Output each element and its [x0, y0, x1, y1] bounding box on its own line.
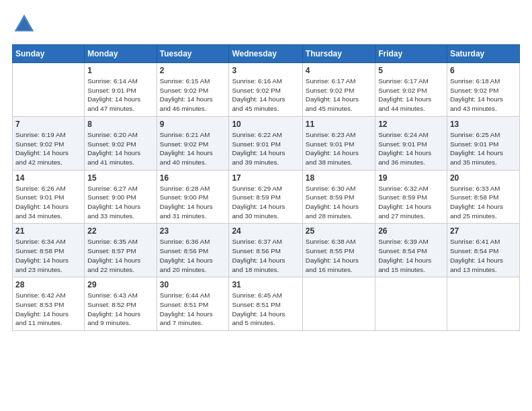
weekday-header: Friday — [375, 45, 447, 63]
calendar-cell: 15Sunrise: 6:27 AM Sunset: 9:00 PM Dayli… — [85, 170, 157, 224]
day-number: 29 — [87, 280, 153, 289]
calendar-cell: 25Sunrise: 6:38 AM Sunset: 8:55 PM Dayli… — [302, 224, 375, 277]
calendar-cell: 7Sunrise: 6:19 AM Sunset: 9:02 PM Daylig… — [13, 116, 85, 170]
day-info: Sunrise: 6:33 AM Sunset: 8:58 PM Dayligh… — [450, 184, 517, 221]
day-info: Sunrise: 6:16 AM Sunset: 9:02 PM Dayligh… — [232, 77, 299, 113]
calendar-week-row: 28Sunrise: 6:42 AM Sunset: 8:53 PM Dayli… — [13, 277, 520, 331]
day-number: 20 — [450, 173, 517, 183]
day-number: 18 — [306, 173, 372, 183]
calendar-cell: 6Sunrise: 6:18 AM Sunset: 9:02 PM Daylig… — [447, 63, 519, 117]
day-info: Sunrise: 6:25 AM Sunset: 9:01 PM Dayligh… — [450, 130, 517, 167]
header — [12, 12, 520, 36]
day-number: 2 — [160, 66, 226, 75]
day-info: Sunrise: 6:37 AM Sunset: 8:56 PM Dayligh… — [232, 237, 299, 274]
day-info: Sunrise: 6:38 AM Sunset: 8:55 PM Dayligh… — [306, 237, 372, 274]
calendar-cell: 20Sunrise: 6:33 AM Sunset: 8:58 PM Dayli… — [447, 170, 519, 224]
calendar-cell — [447, 277, 519, 331]
calendar-cell: 13Sunrise: 6:25 AM Sunset: 9:01 PM Dayli… — [447, 116, 519, 170]
day-info: Sunrise: 6:44 AM Sunset: 8:51 PM Dayligh… — [160, 291, 226, 328]
calendar-week-row: 14Sunrise: 6:26 AM Sunset: 9:01 PM Dayli… — [13, 170, 520, 224]
day-info: Sunrise: 6:36 AM Sunset: 8:56 PM Dayligh… — [160, 237, 226, 274]
day-number: 16 — [160, 173, 226, 183]
day-info: Sunrise: 6:15 AM Sunset: 9:02 PM Dayligh… — [160, 77, 226, 113]
day-number: 5 — [378, 66, 444, 75]
calendar-cell: 5Sunrise: 6:17 AM Sunset: 9:02 PM Daylig… — [375, 63, 447, 117]
day-info: Sunrise: 6:19 AM Sunset: 9:02 PM Dayligh… — [15, 130, 81, 167]
day-number: 15 — [87, 173, 153, 183]
day-info: Sunrise: 6:26 AM Sunset: 9:01 PM Dayligh… — [15, 184, 81, 221]
day-number: 21 — [15, 226, 81, 236]
day-info: Sunrise: 6:34 AM Sunset: 8:58 PM Dayligh… — [15, 237, 81, 274]
calendar-week-row: 7Sunrise: 6:19 AM Sunset: 9:02 PM Daylig… — [13, 116, 520, 170]
calendar-cell: 26Sunrise: 6:39 AM Sunset: 8:54 PM Dayli… — [375, 224, 447, 277]
day-number: 11 — [306, 120, 372, 129]
calendar-cell: 18Sunrise: 6:30 AM Sunset: 8:59 PM Dayli… — [302, 170, 375, 224]
calendar-cell: 19Sunrise: 6:32 AM Sunset: 8:59 PM Dayli… — [375, 170, 447, 224]
calendar-body: 1Sunrise: 6:14 AM Sunset: 9:01 PM Daylig… — [13, 63, 520, 331]
day-info: Sunrise: 6:23 AM Sunset: 9:01 PM Dayligh… — [306, 130, 372, 167]
weekday-header: Tuesday — [157, 45, 229, 63]
logo — [12, 12, 39, 36]
page: SundayMondayTuesdayWednesdayThursdayFrid… — [0, 0, 532, 338]
day-info: Sunrise: 6:20 AM Sunset: 9:02 PM Dayligh… — [87, 130, 153, 167]
day-number: 26 — [378, 226, 444, 236]
calendar-cell — [13, 63, 85, 117]
weekday-header: Wednesday — [229, 45, 302, 63]
calendar-cell: 9Sunrise: 6:21 AM Sunset: 9:02 PM Daylig… — [157, 116, 229, 170]
calendar-header: SundayMondayTuesdayWednesdayThursdayFrid… — [13, 45, 520, 63]
logo-icon — [12, 12, 36, 36]
calendar-week-row: 21Sunrise: 6:34 AM Sunset: 8:58 PM Dayli… — [13, 224, 520, 277]
calendar-cell: 16Sunrise: 6:28 AM Sunset: 9:00 PM Dayli… — [157, 170, 229, 224]
calendar-week-row: 1Sunrise: 6:14 AM Sunset: 9:01 PM Daylig… — [13, 63, 520, 117]
day-info: Sunrise: 6:30 AM Sunset: 8:59 PM Dayligh… — [306, 184, 372, 221]
day-number: 10 — [232, 120, 299, 129]
calendar-cell: 2Sunrise: 6:15 AM Sunset: 9:02 PM Daylig… — [157, 63, 229, 117]
calendar-cell: 27Sunrise: 6:41 AM Sunset: 8:54 PM Dayli… — [447, 224, 519, 277]
calendar-cell: 14Sunrise: 6:26 AM Sunset: 9:01 PM Dayli… — [13, 170, 85, 224]
day-number: 4 — [306, 66, 372, 75]
calendar-cell — [302, 277, 375, 331]
day-info: Sunrise: 6:35 AM Sunset: 8:57 PM Dayligh… — [87, 237, 153, 274]
day-number: 3 — [232, 66, 299, 75]
day-info: Sunrise: 6:17 AM Sunset: 9:02 PM Dayligh… — [378, 77, 444, 113]
calendar-cell: 23Sunrise: 6:36 AM Sunset: 8:56 PM Dayli… — [157, 224, 229, 277]
calendar-cell: 21Sunrise: 6:34 AM Sunset: 8:58 PM Dayli… — [13, 224, 85, 277]
calendar-cell: 30Sunrise: 6:44 AM Sunset: 8:51 PM Dayli… — [157, 277, 229, 331]
day-info: Sunrise: 6:17 AM Sunset: 9:02 PM Dayligh… — [306, 77, 372, 113]
calendar-cell: 17Sunrise: 6:29 AM Sunset: 8:59 PM Dayli… — [229, 170, 302, 224]
day-info: Sunrise: 6:39 AM Sunset: 8:54 PM Dayligh… — [378, 237, 444, 274]
day-number: 25 — [306, 226, 372, 236]
calendar-cell: 11Sunrise: 6:23 AM Sunset: 9:01 PM Dayli… — [302, 116, 375, 170]
day-info: Sunrise: 6:43 AM Sunset: 8:52 PM Dayligh… — [87, 291, 153, 328]
calendar-cell: 28Sunrise: 6:42 AM Sunset: 8:53 PM Dayli… — [13, 277, 85, 331]
day-info: Sunrise: 6:42 AM Sunset: 8:53 PM Dayligh… — [15, 291, 81, 328]
weekday-header: Thursday — [302, 45, 375, 63]
day-info: Sunrise: 6:29 AM Sunset: 8:59 PM Dayligh… — [232, 184, 299, 221]
day-number: 27 — [450, 226, 517, 236]
day-number: 9 — [160, 120, 226, 129]
day-number: 28 — [15, 280, 81, 289]
calendar-cell — [375, 277, 447, 331]
day-number: 24 — [232, 226, 299, 236]
weekday-header: Sunday — [13, 45, 85, 63]
day-info: Sunrise: 6:32 AM Sunset: 8:59 PM Dayligh… — [378, 184, 444, 221]
weekday-header: Saturday — [447, 45, 519, 63]
day-info: Sunrise: 6:45 AM Sunset: 8:51 PM Dayligh… — [232, 291, 299, 328]
weekday-header: Monday — [85, 45, 157, 63]
day-number: 19 — [378, 173, 444, 183]
day-number: 31 — [232, 280, 299, 289]
calendar-cell: 24Sunrise: 6:37 AM Sunset: 8:56 PM Dayli… — [229, 224, 302, 277]
calendar-cell: 22Sunrise: 6:35 AM Sunset: 8:57 PM Dayli… — [85, 224, 157, 277]
day-info: Sunrise: 6:18 AM Sunset: 9:02 PM Dayligh… — [450, 77, 517, 113]
day-info: Sunrise: 6:27 AM Sunset: 9:00 PM Dayligh… — [87, 184, 153, 221]
day-number: 14 — [15, 173, 81, 183]
day-info: Sunrise: 6:24 AM Sunset: 9:01 PM Dayligh… — [378, 130, 444, 167]
calendar-cell: 31Sunrise: 6:45 AM Sunset: 8:51 PM Dayli… — [229, 277, 302, 331]
day-number: 30 — [160, 280, 226, 289]
calendar-cell: 4Sunrise: 6:17 AM Sunset: 9:02 PM Daylig… — [302, 63, 375, 117]
day-info: Sunrise: 6:41 AM Sunset: 8:54 PM Dayligh… — [450, 237, 517, 274]
calendar-cell: 29Sunrise: 6:43 AM Sunset: 8:52 PM Dayli… — [85, 277, 157, 331]
day-info: Sunrise: 6:21 AM Sunset: 9:02 PM Dayligh… — [160, 130, 226, 167]
calendar-cell: 8Sunrise: 6:20 AM Sunset: 9:02 PM Daylig… — [85, 116, 157, 170]
day-number: 23 — [160, 226, 226, 236]
